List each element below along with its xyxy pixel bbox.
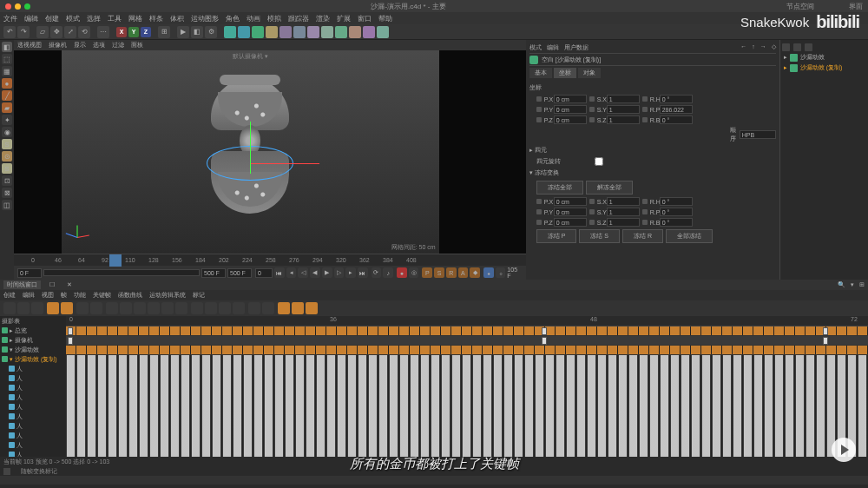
tree-bone-item[interactable]: 人 bbox=[0, 421, 66, 431]
viewmenu-摄像机[interactable]: 摄像机 bbox=[49, 41, 67, 49]
auto-tangent-button[interactable] bbox=[219, 302, 231, 314]
key-scale-button[interactable]: S bbox=[434, 267, 444, 278]
model-mode-button[interactable]: ◧ bbox=[2, 42, 12, 52]
maximize-window-icon[interactable] bbox=[24, 3, 30, 10]
tlmenu-关键帧[interactable]: 关键帧 bbox=[93, 291, 111, 300]
render-view-button[interactable]: ▶ bbox=[177, 26, 189, 38]
key-dot-icon[interactable] bbox=[589, 96, 595, 102]
volume-button[interactable] bbox=[335, 26, 347, 38]
viewport[interactable]: 默认摄像机 ▾ 网格间距: 50 cm bbox=[14, 50, 526, 254]
timeline-scrollbar[interactable] bbox=[0, 476, 868, 485]
key-dot-icon[interactable] bbox=[642, 117, 648, 122]
tree-item[interactable]: ▾ 沙漏动效 (复制) bbox=[0, 354, 66, 364]
dopesheet-mode-button[interactable] bbox=[3, 302, 16, 314]
object-track-2[interactable] bbox=[66, 346, 868, 355]
tree-item[interactable]: ▸ 摄像机 bbox=[0, 335, 66, 345]
tree-bone-item[interactable]: 人 bbox=[0, 450, 66, 457]
close-window-icon[interactable] bbox=[5, 3, 11, 10]
playhead-icon[interactable] bbox=[109, 254, 122, 267]
rotation-order-select[interactable] bbox=[740, 130, 776, 139]
layout-interface[interactable]: 界面 bbox=[849, 2, 863, 11]
hourglass-object[interactable] bbox=[207, 78, 293, 226]
deformer-button[interactable] bbox=[266, 26, 278, 38]
key-dot-icon[interactable] bbox=[536, 220, 542, 225]
redo-button[interactable]: ↷ bbox=[17, 26, 30, 38]
keyframe-icon[interactable] bbox=[823, 327, 828, 335]
ease-in-button[interactable] bbox=[148, 302, 160, 314]
spline-button[interactable] bbox=[238, 26, 250, 38]
x-axis-handle-icon[interactable] bbox=[250, 163, 319, 164]
menu-体积[interactable]: 体积 bbox=[170, 14, 184, 23]
minimize-window-icon[interactable] bbox=[15, 3, 21, 10]
planar-button[interactable]: ◫ bbox=[2, 200, 12, 210]
render-settings-button[interactable]: ⚙ bbox=[205, 26, 217, 38]
live-select-tool[interactable]: ▱ bbox=[36, 26, 49, 38]
key-dot-icon[interactable] bbox=[642, 220, 648, 225]
tlmenu-标记[interactable]: 标记 bbox=[193, 291, 205, 300]
menu-渲染[interactable]: 渲染 bbox=[316, 14, 330, 23]
show-scale-button[interactable] bbox=[292, 302, 304, 314]
goto-start-button[interactable]: ⏮ bbox=[274, 267, 285, 278]
key-dot-icon[interactable] bbox=[589, 117, 595, 122]
cube-primitive-button[interactable] bbox=[224, 26, 236, 38]
key-dot-icon[interactable] bbox=[536, 107, 542, 112]
tree-bone-item[interactable]: 人 bbox=[0, 412, 66, 421]
expand-icon[interactable]: ▸ bbox=[784, 54, 787, 61]
rot-input[interactable] bbox=[660, 115, 693, 124]
freeze-btn[interactable]: 冻结 S bbox=[579, 229, 620, 243]
menu-网格[interactable]: 网格 bbox=[128, 14, 142, 23]
goto-end-button[interactable]: ⏭ bbox=[358, 267, 368, 278]
camera-button[interactable] bbox=[307, 26, 319, 38]
tree-bone-item[interactable]: 人 bbox=[0, 392, 66, 402]
axis-y-toggle[interactable]: Y bbox=[128, 27, 139, 37]
render-region-button[interactable]: ◧ bbox=[191, 26, 203, 38]
snap-settings-button[interactable]: ⊙ bbox=[2, 151, 12, 162]
break-tangent-button[interactable] bbox=[191, 302, 203, 314]
dopesheet-tracks[interactable]: 0364872 bbox=[66, 316, 868, 457]
scale-input[interactable] bbox=[607, 105, 640, 114]
tree-item[interactable]: ▸ 总览 bbox=[0, 326, 66, 335]
menu-窗口[interactable]: 窗口 bbox=[358, 14, 372, 23]
range-start-input[interactable] bbox=[17, 268, 42, 278]
field-button[interactable] bbox=[279, 26, 292, 38]
generator-button[interactable] bbox=[252, 26, 264, 38]
linear-interp-button[interactable] bbox=[106, 302, 118, 314]
texture-mode-button[interactable]: ⬚ bbox=[2, 54, 12, 64]
video-play-button[interactable] bbox=[832, 438, 856, 462]
record-key-button[interactable]: ● bbox=[397, 267, 407, 278]
viewmenu-过滤[interactable]: 过滤 bbox=[112, 41, 124, 49]
ease-out-button[interactable] bbox=[161, 302, 174, 314]
tree-bone-item[interactable]: 人 bbox=[0, 364, 66, 373]
pos-input[interactable] bbox=[554, 115, 587, 124]
tlmenu-视图[interactable]: 视图 bbox=[42, 291, 54, 300]
motion-mode-button[interactable] bbox=[31, 302, 43, 314]
tree-bone-item[interactable]: 人 bbox=[0, 402, 66, 412]
attr-nav-back-icon[interactable]: ← bbox=[740, 43, 746, 53]
subtab-对象[interactable]: 对象 bbox=[578, 68, 601, 78]
attr-nav-up-icon[interactable]: ↑ bbox=[752, 43, 755, 53]
key-dot-icon[interactable] bbox=[642, 107, 648, 112]
spline-interp-button[interactable] bbox=[134, 302, 146, 314]
timeline-search-icon[interactable]: 🔍 bbox=[838, 281, 845, 288]
object-item[interactable]: ▸沙漏动效 (复制) bbox=[782, 63, 868, 73]
menu-创建[interactable]: 创建 bbox=[45, 14, 59, 23]
menu-运动图形[interactable]: 运动图形 bbox=[191, 14, 219, 23]
tlmenu-函数曲线[interactable]: 函数曲线 bbox=[118, 291, 142, 300]
freeze-btn[interactable]: 冻结 P bbox=[536, 229, 577, 243]
rot-input[interactable] bbox=[660, 208, 693, 216]
key-dot-icon[interactable] bbox=[589, 220, 595, 225]
current-frame-input[interactable] bbox=[255, 268, 273, 278]
key-dot-icon[interactable] bbox=[589, 209, 595, 214]
quaternion-header[interactable]: ▸ 四元 bbox=[529, 144, 776, 156]
key-dot-icon[interactable] bbox=[642, 209, 648, 214]
object-item[interactable]: ▸沙漏动效 bbox=[782, 52, 868, 63]
pos-input[interactable] bbox=[554, 95, 587, 103]
attr-lock-icon[interactable]: ◇ bbox=[772, 43, 776, 53]
tree-bone-item[interactable]: 人 bbox=[0, 431, 66, 440]
ripple-edit-button[interactable] bbox=[248, 302, 260, 314]
menu-样条[interactable]: 样条 bbox=[149, 14, 163, 23]
workplane-lock-button[interactable]: ⊡ bbox=[2, 175, 12, 186]
scene-button[interactable] bbox=[293, 26, 306, 38]
menu-文件[interactable]: 文件 bbox=[3, 14, 17, 23]
fcurve-mode-button[interactable] bbox=[17, 302, 30, 314]
